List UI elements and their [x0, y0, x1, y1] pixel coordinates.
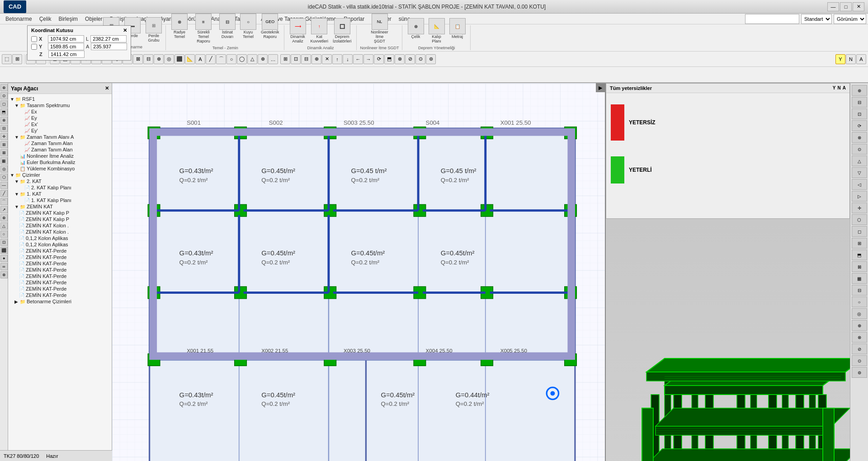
tree-expand-2kat[interactable]: ▼ [14, 179, 19, 184]
tree-expand-zaman[interactable]: ▼ [14, 135, 19, 140]
tool-btn-19[interactable]: A [195, 54, 205, 64]
tree-perde3[interactable]: 📄 ZEMİN KAT-Perde [8, 260, 112, 267]
sidebar-icon-22[interactable]: ✦ [0, 255, 8, 262]
deprem-izolatorleri-button[interactable]: 🔲 Depremİzolatörleri [331, 17, 354, 45]
tree-1kat-kalip[interactable]: ▷ 📄 1. KAT Kalıp Planı [8, 197, 112, 203]
tool-btn-28[interactable]: ⊡ [291, 54, 301, 64]
rp-icon-17[interactable]: ▦ [852, 273, 867, 284]
rp-icon-20[interactable]: ◎ [852, 308, 867, 319]
tool-btn-31[interactable]: ✕ [322, 54, 332, 64]
sidebar-icon-5[interactable]: ⊗ [0, 117, 8, 124]
tree-perde5[interactable]: 📄 ZEMİN KAT-Perde [8, 273, 112, 279]
tool-btn-27[interactable]: ⊞ [280, 54, 290, 64]
y-right-value[interactable] [91, 43, 127, 50]
rp-icon-3[interactable]: ⊡ [852, 108, 867, 119]
adequacy-btn-y[interactable]: Y [833, 85, 836, 91]
tool-btn-15[interactable]: ⊕ [154, 54, 164, 64]
tree-perde6[interactable]: 📄 ZEMİN KAT-Perde [8, 279, 112, 286]
3d-model-view[interactable]: D [606, 219, 868, 461]
viewport-collapse-btn[interactable]: ▶ [596, 83, 605, 92]
surekli-temel-button[interactable]: ≡ Sürekli TemelRaporu [190, 12, 217, 45]
sidebar-icon-7[interactable]: ✛ [0, 133, 8, 140]
rp-icon-4[interactable]: ⟳ [852, 120, 867, 131]
sidebar-icon-15[interactable]: ⌒ [0, 198, 8, 205]
standard-select[interactable]: Standart [801, 14, 832, 24]
tree-rsf1[interactable]: ▼ 📁 RSF1 [8, 96, 112, 102]
y-value[interactable] [48, 43, 84, 50]
tree-expand-betonarme-ciz[interactable]: ▶ [14, 299, 19, 304]
tool-btn-22[interactable]: ○ [226, 54, 236, 64]
tool-btn-13[interactable]: ⊠ [133, 54, 143, 64]
tree-ex-prime[interactable]: ▷ 📈 Ex' [8, 121, 112, 127]
tool-btn-r2[interactable]: N [846, 54, 856, 64]
tool-btn-30[interactable]: ⊕ [311, 54, 321, 64]
tree-ey-prime[interactable]: ▷ 📈 Ey' [8, 127, 112, 134]
y-checkbox[interactable] [31, 44, 37, 50]
rp-icon-19[interactable]: ○ [852, 296, 867, 307]
koordinat-close[interactable]: ✕ [123, 28, 127, 33]
dinamik-analiz-button[interactable]: ⟶ DinamikAnaliz [288, 17, 308, 45]
tree-euler[interactable]: ▷ 📊 Euler Burkulma Analiz [8, 159, 112, 165]
tree-zemin-kolon2[interactable]: 📄 ZEMİN KAT Kolon . [8, 229, 112, 235]
rp-icon-25[interactable]: ⊚ [852, 367, 867, 378]
rp-icon-11[interactable]: ✛ [852, 202, 867, 213]
rp-icon-24[interactable]: ⊙ [852, 355, 867, 366]
tree-perde2[interactable]: 📄 ZEMİN KAT-Perde [8, 254, 112, 260]
tool-btn-39[interactable]: ⊘ [405, 54, 415, 64]
tool-btn-17[interactable]: ⬛ [175, 54, 184, 64]
tool-btn-26[interactable]: … [268, 54, 278, 64]
kalip-plani-button[interactable]: 📐 KalıpPlanı [427, 17, 447, 45]
sidebar-icon-9[interactable]: ⊠ [0, 149, 8, 156]
sidebar-icon-3[interactable]: ◻ [0, 100, 8, 108]
sidebar-icon-18[interactable]: △ [0, 222, 8, 230]
tool-btn-20[interactable]: ╱ [206, 54, 216, 64]
sidebar-icon-16[interactable]: ↗ [0, 206, 8, 213]
floor-plan-viewport[interactable]: G=0.43t/m² Q=0.2 t/m² G=0.45t/m² Q=0.2 t… [112, 83, 606, 461]
tool-btn-35[interactable]: → [363, 54, 373, 64]
tree-expand-tasarim[interactable]: ▼ [14, 103, 19, 108]
sidebar-icon-12[interactable]: ⬡ [0, 174, 8, 181]
sidebar-icon-10[interactable]: ▦ [0, 157, 8, 165]
x-checkbox[interactable] [31, 36, 37, 42]
tree-zemin-kat[interactable]: ▼ 📁 ZEMİN KAT [8, 203, 112, 210]
sidebar-icon-24[interactable]: ⊗ [0, 271, 8, 278]
tree-zaman1[interactable]: ▷ 📈 Zaman Tanım Alan [8, 140, 112, 146]
tree-aplikas1[interactable]: 📄 0,1,2 Kolon Aplikas [8, 235, 112, 241]
tree-nonlineer[interactable]: ▷ 📊 Nonlineer İtme Analiz [8, 153, 112, 159]
x-right-value[interactable] [90, 35, 127, 42]
rp-icon-12[interactable]: ⬡ [852, 214, 867, 225]
tool-btn-r1[interactable]: Y [835, 54, 845, 64]
close-button[interactable]: ✕ [853, 2, 864, 11]
rp-icon-21[interactable]: ⊕ [852, 320, 867, 331]
rp-icon-1[interactable]: ⊕ [852, 85, 867, 96]
sidebar-icon-23[interactable]: ∞ [0, 263, 8, 270]
metraj-button[interactable]: 📋 Metraj [448, 17, 467, 45]
tool-btn-18[interactable]: 📐 [185, 54, 195, 64]
tool-btn-37[interactable]: ⬒ [384, 54, 394, 64]
tool-btn-40[interactable]: ⊙ [415, 54, 425, 64]
search-input[interactable] [745, 14, 799, 24]
sidebar-icon-17[interactable]: ⊕ [0, 214, 8, 221]
tree-ey[interactable]: ▷ 📈 Ey [8, 115, 112, 121]
tool-btn-2[interactable]: ⊞ [12, 54, 22, 64]
celik-button[interactable]: ⊕ Çelik [406, 17, 426, 45]
z-value[interactable] [48, 51, 85, 58]
view-select[interactable]: Görünüm [834, 14, 866, 24]
kuyu-temel-button[interactable]: ○ KuyuTemel [238, 12, 258, 45]
sidebar-icon-6[interactable]: ⊟ [0, 125, 8, 132]
tree-zemin-kalip1[interactable]: 📄 ZEMİN KAT Kalıp P [8, 210, 112, 216]
minimize-button[interactable]: — [827, 2, 839, 11]
tree-close-btn[interactable]: ✕ [105, 85, 109, 91]
rp-icon-8[interactable]: ▽ [852, 167, 867, 178]
tool-btn-21[interactable]: ⌒ [216, 54, 226, 64]
tree-betonarme-ciz[interactable]: ▶ 📁 Betonarme Çizimleri [8, 298, 112, 305]
geoteknik-raporu-button[interactable]: GEO GeoteknikRaporu [259, 12, 281, 45]
istinat-duvari-button[interactable]: ⊟ İstinatDuvarı [217, 12, 237, 45]
sidebar-icon-13[interactable]: — [0, 182, 8, 189]
rp-icon-18[interactable]: ⊟ [852, 285, 867, 296]
tree-zemin-kolon1[interactable]: 📄 ZEMİN KAT Kolon . [8, 222, 112, 229]
menu-celik[interactable]: Çelik [36, 14, 55, 24]
tree-zemin-kalip2[interactable]: 📄 ZEMİN KAT Kalıp P [8, 216, 112, 222]
tree-2kat[interactable]: ▼ 📁 2. KAT [8, 178, 112, 184]
radye-temel-button[interactable]: ⊗ RadyeTemel [170, 12, 189, 45]
